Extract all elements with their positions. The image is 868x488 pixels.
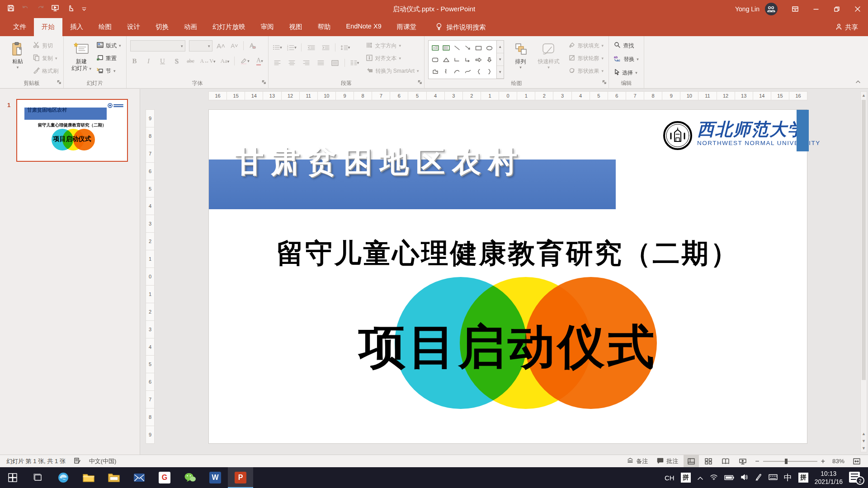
undo-icon[interactable]	[22, 5, 29, 14]
clear-formatting-icon[interactable]	[247, 41, 257, 51]
quick-styles-button[interactable]: 快速样式 ▾	[535, 38, 563, 70]
zoom-slider-handle[interactable]	[785, 459, 788, 464]
touch-keyboard-icon[interactable]	[769, 474, 778, 482]
zoom-in-button[interactable]: +	[821, 457, 825, 465]
zoom-out-button[interactable]: −	[755, 457, 759, 465]
strikethrough-icon[interactable]: abc	[186, 58, 195, 65]
next-slide-icon[interactable]: ▼	[861, 437, 867, 445]
shapes-gallery[interactable]: A	[428, 40, 497, 79]
corner-tab-shape[interactable]	[797, 110, 809, 151]
shapes-gallery-scrollbar[interactable]: ▲ ▼ ▼	[497, 40, 504, 79]
new-slide-button[interactable]: 新建幻灯片 ▾	[67, 38, 95, 72]
font-color-icon[interactable]: A▾	[255, 56, 264, 66]
main-title-text[interactable]: 项目启动仪式	[209, 316, 807, 379]
tell-me-search[interactable]: 操作说明搜索	[436, 18, 486, 36]
pen-icon[interactable]	[755, 474, 762, 482]
mail-icon[interactable]	[127, 467, 152, 488]
comments-button[interactable]: 批注	[653, 455, 682, 468]
ime-indicator[interactable]: CH	[665, 474, 675, 482]
tab-design[interactable]: 设计	[119, 18, 148, 36]
scroll-down-icon[interactable]: ▼	[861, 445, 867, 452]
text-shadow-icon[interactable]: S	[172, 57, 181, 65]
start-button[interactable]	[0, 467, 25, 488]
customize-qat-icon[interactable]	[82, 5, 86, 13]
ribbon-display-options-icon[interactable]	[785, 0, 806, 18]
clock[interactable]: 10:13 2021/1/16	[815, 469, 843, 486]
save-icon[interactable]	[7, 5, 14, 14]
restore-button[interactable]	[826, 0, 847, 18]
normal-view-button[interactable]	[684, 455, 699, 468]
shape-fill-button[interactable]: 形状填充▾	[567, 40, 605, 51]
align-right-icon[interactable]	[301, 58, 311, 68]
zoom-slider[interactable]	[763, 461, 817, 462]
tab-review[interactable]: 审阅	[253, 18, 282, 36]
notification-center-icon[interactable]: 2	[849, 472, 863, 483]
convert-smartart-button[interactable]: 转换为 SmartArt▾	[365, 66, 420, 76]
decrease-font-size-icon[interactable]: A˅	[230, 41, 240, 51]
character-spacing-icon[interactable]: A↔V▾	[200, 58, 216, 65]
tab-help[interactable]: 帮助	[310, 18, 339, 36]
share-button[interactable]: 共享	[836, 18, 868, 36]
powerpoint-icon[interactable]: P	[228, 467, 253, 488]
layout-button[interactable]: 版式▾	[95, 40, 123, 51]
minimize-button[interactable]	[806, 0, 826, 18]
word-icon[interactable]: W	[203, 467, 228, 488]
arrange-button[interactable]: 排列 ▾	[507, 38, 535, 70]
drawing-dialog-launcher[interactable]	[602, 78, 607, 86]
notes-button[interactable]: 备注	[623, 455, 651, 468]
tab-endnote[interactable]: EndNote X9	[339, 18, 389, 36]
scrollbar-thumb[interactable]	[862, 100, 866, 380]
select-button[interactable]: 选择▾	[613, 67, 640, 78]
slide-sorter-button[interactable]	[701, 455, 716, 468]
font-name-combobox[interactable]: ▾	[130, 40, 185, 52]
zoom-level[interactable]: 83%	[832, 458, 844, 465]
find-button[interactable]: 查找	[613, 40, 640, 51]
wechat-icon[interactable]	[177, 467, 203, 488]
increase-indent-icon[interactable]	[321, 42, 330, 52]
battery-icon[interactable]	[724, 474, 734, 482]
paste-button[interactable]: 粘贴 ▾	[4, 38, 32, 70]
tab-transitions[interactable]: 切换	[148, 18, 176, 36]
slide-thumbnail[interactable]: 甘肃贫困地区农村 留守儿童心理健康教育研究（二期） 项目启动仪式	[16, 99, 128, 162]
bold-icon[interactable]: B	[130, 57, 139, 65]
copy-button[interactable]: 复制▾	[32, 53, 60, 64]
tab-slideshow[interactable]: 幻灯片放映	[205, 18, 253, 36]
align-text-button[interactable]: 对齐文本▾	[365, 53, 420, 64]
change-case-icon[interactable]: Aa▾	[220, 57, 229, 65]
tab-home[interactable]: 开始	[34, 18, 62, 36]
ime-mode-badge[interactable]: 拼	[798, 473, 808, 483]
spell-check-icon[interactable]	[74, 457, 81, 465]
close-button[interactable]	[847, 0, 868, 18]
user-name[interactable]: Yong Lin	[735, 5, 760, 13]
file-explorer-icon[interactable]	[76, 467, 101, 488]
distribute-icon[interactable]	[330, 58, 340, 68]
numbering-icon[interactable]: 123▾	[287, 42, 297, 52]
cut-button[interactable]: 剪切	[32, 40, 60, 51]
slide-canvas[interactable]: 甘肃贫困地区农村 西北师范大学 NORTHWEST NORMAL UNIVERS…	[208, 109, 807, 444]
volume-icon[interactable]	[741, 474, 749, 482]
redo-icon[interactable]	[37, 5, 44, 14]
format-painter-button[interactable]: 格式刷	[32, 66, 60, 76]
task-view-icon[interactable]	[25, 467, 51, 488]
g-app-icon[interactable]: G	[152, 467, 177, 488]
align-center-icon[interactable]	[287, 58, 297, 68]
replace-button[interactable]: abac替换▾	[613, 54, 640, 65]
tab-animations[interactable]: 动画	[176, 18, 205, 36]
font-dialog-launcher[interactable]	[262, 78, 266, 86]
subtitle-text[interactable]: 留守儿童心理健康教育研究（二期）	[209, 235, 807, 272]
hidden-icons-chevron-icon[interactable]	[697, 474, 703, 482]
tab-draw[interactable]: 绘图	[91, 18, 119, 36]
start-slideshow-icon[interactable]	[52, 5, 59, 14]
columns-icon[interactable]: ▾	[349, 58, 359, 68]
shape-outline-button[interactable]: 形状轮廓▾	[567, 53, 605, 64]
justify-icon[interactable]	[316, 58, 326, 68]
increase-font-size-icon[interactable]: A˄	[216, 41, 226, 51]
folder-icon[interactable]	[101, 467, 127, 488]
vertical-scrollbar[interactable]: ▲ ▲ ▼ ▼	[860, 91, 867, 452]
edge-browser-icon[interactable]	[51, 467, 76, 488]
bullets-icon[interactable]: ▾	[272, 42, 282, 52]
touch-mouse-mode-icon[interactable]	[66, 5, 75, 14]
italic-icon[interactable]: I	[144, 57, 153, 65]
banner-title-text[interactable]: 甘肃贫困地区农村	[235, 142, 524, 182]
wifi-icon[interactable]	[710, 474, 718, 482]
